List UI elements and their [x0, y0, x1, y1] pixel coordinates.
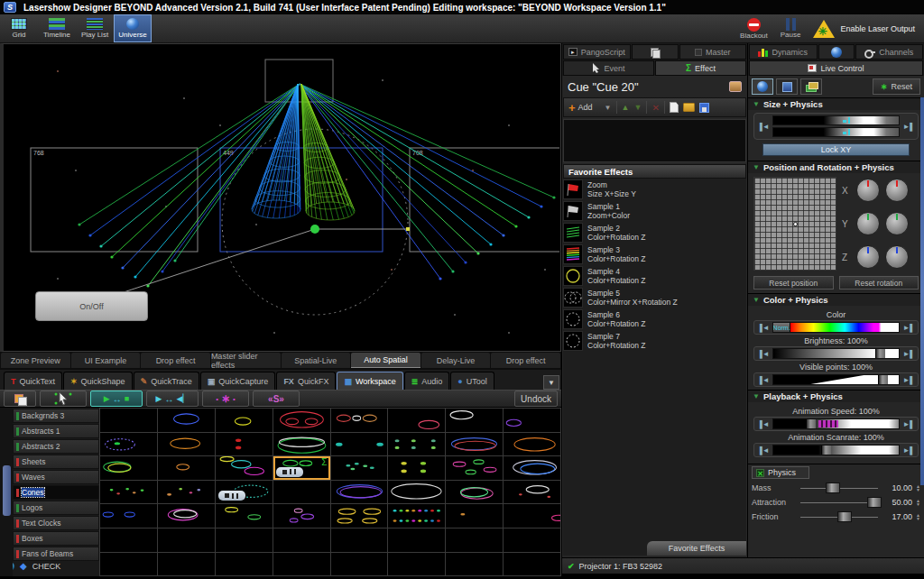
animation-speed-slider[interactable] — [772, 418, 901, 429]
category-sheets[interactable]: Sheets — [13, 455, 99, 469]
cue-cell-7-3[interactable] — [216, 553, 273, 576]
cue-cell-4-8[interactable] — [504, 481, 560, 504]
tab-quickcapture[interactable]: ▣QuickCapture — [200, 372, 276, 390]
favorite-effect-sample-5[interactable]: Sample 5Color+Mirror X+Rotation Z — [563, 287, 746, 308]
cue-cell-2-8[interactable] — [504, 433, 560, 456]
tab-audio[interactable]: ≣Audio — [404, 372, 450, 390]
move-up-button[interactable]: ▲ — [622, 103, 630, 112]
cue-cell-2-5[interactable] — [331, 433, 388, 456]
cue-box-icon[interactable] — [729, 81, 742, 92]
cue-cell-4-1[interactable] — [100, 481, 157, 504]
lock-xy-button[interactable]: Lock XY — [762, 143, 910, 156]
slider-max-button[interactable]: ►▌ — [902, 123, 915, 131]
reset-button[interactable]: ∗Reset — [873, 78, 920, 95]
toggle-universe-view[interactable] — [752, 78, 773, 95]
cue-cell-1-5[interactable] — [331, 409, 388, 432]
cue-cell-4-4[interactable] — [273, 481, 330, 504]
add-effect-button[interactable]: + Add ▼ — [568, 101, 612, 115]
tab-quickfx[interactable]: FXQuickFX — [276, 372, 336, 390]
effect-stack-list[interactable] — [563, 119, 746, 162]
zone-tab-delay-live[interactable]: Delay-Live — [421, 353, 491, 368]
cue-cell-6-1[interactable] — [100, 528, 157, 552]
tab-pangoscript[interactable]: ▸PangoScript — [563, 44, 631, 60]
physics-tab[interactable]: ✕Physics — [752, 466, 809, 479]
cue-cell-6-6[interactable] — [388, 528, 445, 552]
category-waves[interactable]: Waves — [13, 470, 99, 484]
play-rewind-mode-button[interactable]: ▶↔◀▏ — [146, 391, 199, 407]
cue-cell-3-4[interactable]: Σ — [273, 456, 330, 480]
projector-status[interactable]: ✔ Projector 1: FB3 52982 — [561, 558, 924, 574]
zone-rect-449[interactable]: 449 — [220, 148, 383, 252]
undock-button[interactable]: Undock — [514, 391, 558, 407]
favorite-effect-sample-7[interactable]: Sample 7Color+Rotation Z — [563, 330, 746, 352]
cue-cell-7-7[interactable] — [446, 553, 503, 576]
position-knob-x[interactable] — [856, 179, 880, 202]
mass-slider[interactable] — [800, 482, 878, 493]
effect-star-button[interactable]: •∗• — [202, 391, 249, 407]
favorite-effects-bottom-tab[interactable]: Favorite Effects — [647, 541, 746, 556]
cue-cell-1-1[interactable] — [100, 409, 157, 432]
play-stop-mode-button[interactable]: ▶↔■ — [90, 391, 143, 407]
attraction-slider[interactable] — [800, 497, 878, 508]
cue-cell-2-2[interactable] — [158, 433, 215, 456]
value-spinner[interactable]: ▲▼ — [916, 513, 920, 520]
position-knob-y[interactable] — [856, 212, 880, 235]
pause-button[interactable]: Pause — [781, 18, 801, 39]
tab-live-control[interactable]: Live Control — [749, 60, 923, 76]
cue-cell-7-8[interactable] — [504, 553, 560, 576]
color-norm-handle[interactable]: Norm. — [773, 323, 791, 332]
zone-rect-708[interactable]: 708 — [410, 148, 559, 252]
cue-cell-6-8[interactable] — [504, 528, 560, 552]
cue-cell-4-2[interactable] — [158, 481, 215, 504]
cue-cell-1-6[interactable] — [388, 409, 445, 432]
animation-scanrate-slider[interactable] — [772, 445, 901, 455]
cue-cell-5-1[interactable] — [100, 504, 157, 528]
cue-cell-6-5[interactable] — [331, 528, 388, 552]
size-y-slider[interactable] — [772, 127, 901, 137]
tab-globe[interactable] — [818, 44, 855, 60]
cursor-mode-button[interactable] — [40, 391, 87, 407]
tab-utool[interactable]: ●UTool — [450, 372, 494, 390]
cue-cell-6-2[interactable] — [158, 528, 215, 552]
tab-quicktrace[interactable]: ✎QuickTrace — [134, 372, 199, 390]
tab-quicktext[interactable]: TQuickText — [4, 372, 62, 390]
position-pad[interactable] — [753, 177, 836, 271]
cue-cell-7-1[interactable] — [100, 553, 157, 576]
cue-cell-5-4[interactable] — [273, 504, 330, 528]
zone-tab-ui-example[interactable]: UI Example — [71, 353, 141, 368]
cue-cell-1-8[interactable] — [504, 409, 560, 432]
cue-cell-6-7[interactable] — [446, 528, 503, 552]
cue-cell-7-2[interactable] — [158, 553, 215, 576]
quick-tabs-dropdown-button[interactable]: ▼ — [543, 375, 559, 390]
tab-workspace[interactable]: ▦Workspace — [337, 372, 402, 390]
cue-cell-1-4[interactable] — [273, 409, 330, 432]
zone-tab-drop-effect[interactable]: Drop effect — [491, 353, 560, 368]
onoff-button[interactable]: On/Off — [35, 291, 148, 321]
section-color-physics[interactable]: ▼Color + Physics — [748, 293, 924, 306]
cue-cell-3-8[interactable] — [504, 456, 560, 480]
cue-cell-7-6[interactable] — [388, 553, 445, 576]
size-x-slider[interactable] — [772, 115, 901, 125]
cue-cell-3-1[interactable] — [100, 456, 157, 480]
cue-cell-3-6[interactable] — [388, 456, 445, 480]
category-scrollbar[interactable] — [0, 408, 13, 576]
section-playback-physics[interactable]: ▼Playback + Physics — [748, 390, 924, 402]
rotation-knob-z[interactable] — [885, 245, 909, 269]
visible-points-slider[interactable] — [772, 374, 901, 385]
cue-cell-1-2[interactable] — [158, 409, 215, 432]
cue-cell-4-3[interactable] — [216, 481, 273, 504]
view-button-universe[interactable]: Universe — [114, 14, 152, 42]
category-abstracts-2[interactable]: Abstracts 2 — [13, 439, 99, 454]
brightness-slider[interactable] — [772, 348, 901, 359]
move-down-button[interactable]: ▼ — [633, 103, 642, 112]
value-spinner[interactable]: ▲▼ — [916, 499, 920, 506]
slider-min-button[interactable]: ▐◄ — [757, 123, 770, 131]
tab-event[interactable]: Event — [563, 60, 654, 76]
handle-dot[interactable] — [406, 227, 410, 231]
cue-cell-3-7[interactable] — [446, 456, 503, 480]
cue-cell-4-6[interactable] — [388, 481, 445, 504]
friction-slider[interactable] — [800, 511, 878, 522]
toggle-square-view[interactable] — [776, 78, 798, 95]
tab-copy[interactable] — [632, 44, 679, 60]
color-slider[interactable]: Norm. — [772, 322, 901, 333]
